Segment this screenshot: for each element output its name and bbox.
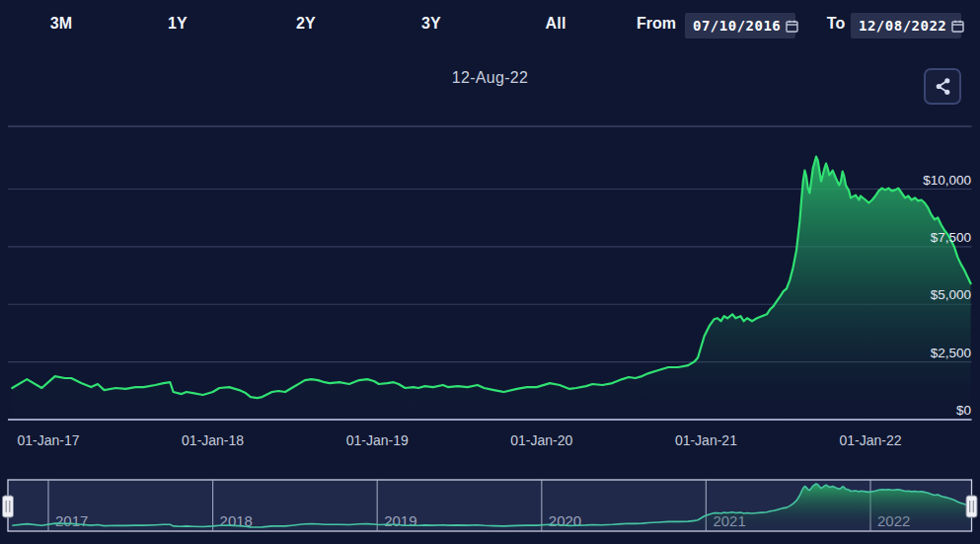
to-label: To [827,15,845,33]
range-button-1y[interactable]: 1Y [168,15,188,33]
y-axis-label: $5,000 [931,287,971,302]
range-control-bar: 3M 1Y 2Y 3Y All From 07/10/2016 To 12/08… [0,0,980,51]
chart-title: 12-Aug-22 [0,69,980,87]
main-plot: $0$2,500$5,000$7,500$10,00001-Jan-1701-J… [8,126,972,448]
x-axis-label: 01-Jan-21 [675,432,737,448]
to-date-input[interactable]: 12/08/2022 [851,13,961,39]
range-button-2y[interactable]: 2Y [296,15,316,33]
calendar-icon[interactable] [951,20,964,33]
x-axis-label: 01-Jan-17 [17,432,79,448]
navigator[interactable]: 201720182019202020212022 [3,480,978,531]
price-area [12,157,970,420]
x-axis-label: 01-Jan-20 [510,432,572,448]
y-axis-label: $0 [956,403,971,418]
y-axis-label: $10,000 [923,173,971,188]
navigator-handle-right[interactable] [966,496,977,517]
range-button-all[interactable]: All [545,15,565,33]
share-button[interactable] [924,68,961,105]
from-label: From [637,15,676,33]
y-axis-label: $2,500 [931,346,971,360]
x-axis-label: 01-Jan-18 [182,432,244,448]
range-button-3y[interactable]: 3Y [421,15,441,33]
x-axis-label: 01-Jan-19 [346,432,409,448]
navigator-handle-left[interactable] [3,496,14,517]
range-button-3m[interactable]: 3M [50,15,73,33]
to-date-value: 12/08/2022 [859,18,946,34]
calendar-icon[interactable] [786,20,798,33]
from-date-value: 07/10/2016 [693,18,781,34]
x-axis-label: 01-Jan-22 [839,432,901,448]
from-date-input[interactable]: 07/10/2016 [685,13,795,39]
y-axis-label: $7,500 [931,230,971,245]
share-icon [934,77,952,96]
